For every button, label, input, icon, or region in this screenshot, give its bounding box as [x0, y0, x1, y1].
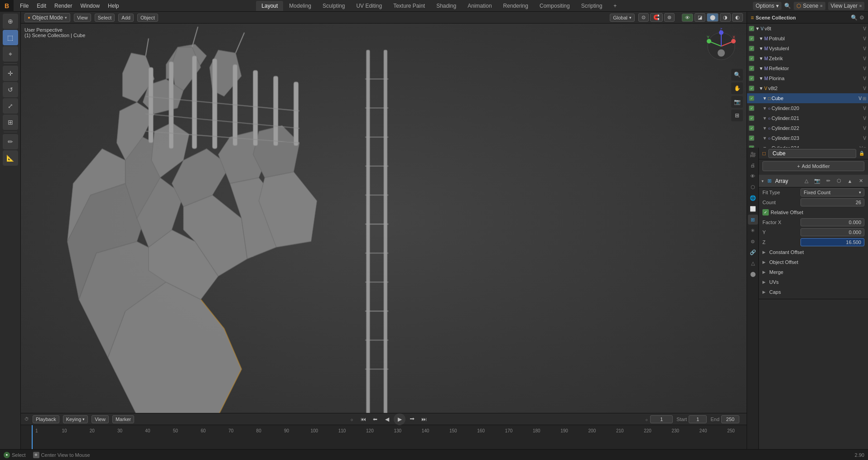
vis-check-cyl020[interactable]: ✓ — [749, 105, 754, 111]
tab-layout[interactable]: Layout — [256, 1, 283, 11]
expand-plorina[interactable]: ▾ — [760, 75, 762, 81]
vis-check-reflektor[interactable]: ✓ — [749, 66, 754, 71]
prop-icon-data[interactable]: △ — [748, 258, 758, 268]
outliner-item-cyl020[interactable]: ✓ ▾ ○ Cylinder.020 V — [747, 103, 868, 113]
object-mode-select[interactable]: ● Object Mode ▾ — [24, 13, 70, 22]
outliner-item-zebrik[interactable]: ✓ ▾ M Zebrik V — [747, 53, 868, 63]
annotate-tool[interactable]: ✏ — [3, 134, 18, 149]
hand-tool-btn[interactable]: ✋ — [731, 82, 743, 94]
current-frame-input[interactable]: 1 — [650, 415, 673, 423]
end-frame-input[interactable]: 250 — [721, 415, 739, 423]
modifier-edit-btn[interactable]: ✏ — [824, 177, 833, 186]
prop-icon-particles[interactable]: ✳ — [748, 225, 758, 235]
modifier-cage-btn[interactable]: ⬡ — [834, 177, 844, 186]
cursor-tool[interactable]: ⊕ — [3, 14, 18, 29]
prop-icon-world[interactable]: 🌐 — [748, 193, 758, 203]
zoom-in-btn[interactable]: 🔍 — [731, 69, 743, 81]
expand-arrow-v8t[interactable]: ▾ — [756, 25, 759, 32]
keyframe-marker-btn[interactable]: ⬦ — [347, 414, 357, 424]
modifier-remove-btn[interactable]: ✕ — [856, 177, 865, 186]
vis-check-cyl021[interactable]: ✓ — [749, 115, 754, 121]
menu-help[interactable]: Help — [104, 1, 123, 10]
vis-icon-plorina[interactable]: V — [863, 76, 866, 81]
expand-cube[interactable]: ▾ — [763, 95, 766, 101]
viewport-gizmo[interactable]: X Y Z — [703, 28, 739, 64]
marker-menu[interactable]: Marker — [112, 415, 134, 423]
jump-end-btn[interactable]: ⏭ — [419, 414, 429, 424]
viewport-canvas[interactable]: User Perspective (1) Scene Collection | … — [21, 24, 747, 413]
modifier-collapse-arrow[interactable]: ▾ — [762, 179, 764, 183]
move-tool[interactable]: ✛ — [3, 66, 18, 81]
vis-check-plorina[interactable]: ✓ — [749, 76, 754, 81]
vis-check-v8t[interactable]: ✓ — [749, 26, 754, 31]
vis-icon-v8t2[interactable]: V — [863, 86, 866, 91]
grid-btn[interactable]: ⊞ — [731, 110, 743, 121]
count-input[interactable]: 26 — [800, 198, 864, 206]
prop-icon-modifier[interactable]: ⊞ — [748, 215, 758, 225]
vis-icon-v8t[interactable]: V — [863, 26, 866, 31]
object-offset-row[interactable]: ▶ Object Offset — [759, 257, 868, 267]
uvs-row[interactable]: ▶ UVs — [759, 277, 868, 287]
relative-offset-checkbox[interactable]: ✓ — [762, 209, 769, 216]
timeline-ruler[interactable]: 1 10 20 30 40 50 60 70 80 90 100 110 120… — [21, 425, 747, 449]
modifier-render-btn[interactable]: 📷 — [813, 177, 822, 186]
xray-btn[interactable]: ◪ — [694, 13, 705, 22]
lasso-tool[interactable]: ⌖ — [3, 46, 18, 62]
constant-offset-row[interactable]: ▶ Constant Offset — [759, 247, 868, 257]
options-dropdown[interactable]: Options ▾ — [753, 2, 781, 10]
fit-type-dropdown[interactable]: Fixed Count ▾ — [800, 188, 864, 196]
camera-view-btn[interactable]: 📷 — [731, 96, 743, 108]
rendered-btn[interactable]: ◐ — [732, 13, 743, 22]
tab-rendering[interactable]: Rendering — [498, 1, 534, 11]
menu-window[interactable]: Window — [77, 1, 103, 10]
vis-check-potrubl[interactable]: ✓ — [749, 36, 754, 41]
jump-start-btn[interactable]: ⏮ — [358, 414, 368, 424]
vis-icon-reflektor[interactable]: V — [863, 66, 866, 71]
factor-z-input[interactable]: 16.500 — [800, 238, 864, 246]
vis-icon-vystulenl[interactable]: V — [863, 46, 866, 51]
outliner-item-potrubl[interactable]: ✓ ▾ M Potrubl V — [747, 34, 868, 43]
vis-icon-cyl023[interactable]: V — [863, 136, 866, 141]
vis-icon-zebrik[interactable]: V — [863, 56, 866, 61]
menu-render[interactable]: Render — [51, 1, 76, 10]
vis-icon-cyl021[interactable]: V — [863, 116, 866, 121]
vis-check-cyl023[interactable]: ✓ — [749, 135, 754, 141]
prop-icon-object[interactable]: ⬜ — [748, 204, 758, 214]
tab-texture-paint[interactable]: Texture Paint — [388, 1, 430, 11]
view-layer-selector[interactable]: View Layer ≡ — [828, 2, 864, 10]
view-menu[interactable]: View — [74, 14, 91, 22]
playback-menu[interactable]: Playback — [33, 415, 59, 423]
search-icon[interactable]: 🔍 — [784, 3, 791, 9]
object-name-input[interactable]: Cube — [768, 149, 856, 158]
prev-keyframe-btn[interactable]: ⬅ — [370, 414, 380, 424]
timeline-view-menu[interactable]: View — [92, 415, 109, 423]
tab-scripting[interactable]: Scripting — [576, 1, 608, 11]
vis-check-vystulenl[interactable]: ✓ — [749, 46, 754, 51]
tab-animation[interactable]: Animation — [462, 1, 497, 11]
tab-compositing[interactable]: Compositing — [534, 1, 575, 11]
prop-icon-material[interactable]: ⬤ — [748, 269, 758, 279]
transform-tool[interactable]: ⊞ — [3, 115, 18, 130]
expand-potrubl[interactable]: ▾ — [760, 35, 762, 42]
pivot-point-btn[interactable]: ⊙ — [638, 13, 649, 22]
vis-check-zebrik[interactable]: ✓ — [749, 56, 754, 61]
vis-icon-potrubl[interactable]: V — [863, 36, 866, 41]
material-btn[interactable]: ◑ — [720, 13, 731, 22]
add-menu[interactable]: Add — [118, 14, 134, 22]
modifier-move-up-btn[interactable]: ▲ — [845, 177, 854, 186]
tab-shading[interactable]: Shading — [431, 1, 462, 11]
outliner-item-cyl024[interactable]: ✓ ▾ ○ Cylinder.024 V ≡ — [747, 143, 868, 148]
tab-sculpting[interactable]: Sculpting — [317, 1, 350, 11]
modifier-icon-cube[interactable]: ⊞ — [863, 96, 866, 101]
vis-check-cyl022[interactable]: ✓ — [749, 125, 754, 131]
tab-add[interactable]: + — [608, 1, 622, 11]
scene-selector[interactable]: ⬡ Scene ≡ — [794, 2, 825, 10]
outliner-item-v8t2[interactable]: ✓ ▾ V v8t2 V — [747, 83, 868, 93]
outliner-item-v8t[interactable]: ✓ ▾ V v8t V — [747, 24, 868, 34]
outliner-item-vystulenl[interactable]: ✓ ▾ M Vystulenl V — [747, 43, 868, 53]
outliner-item-cyl022[interactable]: ✓ ▾ ○ Cylinder.022 V — [747, 123, 868, 133]
outliner-item-cyl021[interactable]: ✓ ▾ ○ Cylinder.021 V — [747, 113, 868, 123]
vis-check-cube[interactable]: ✓ — [749, 96, 754, 101]
snap-btn[interactable]: 🧲 — [650, 13, 663, 22]
menu-edit[interactable]: Edit — [33, 1, 50, 10]
